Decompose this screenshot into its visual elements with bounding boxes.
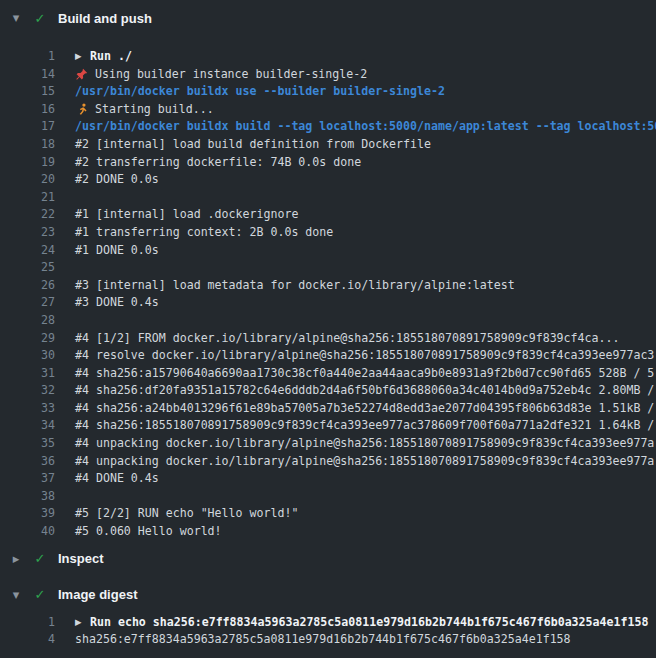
line-text: #4 sha256:a24bb4013296f61e89ba57005a7b3e… — [75, 400, 654, 418]
line-number[interactable]: 32 — [0, 382, 55, 400]
line-content: #5 0.060 Hello world! — [75, 523, 222, 541]
log-line: 27 #3 DONE 0.4s — [0, 294, 656, 312]
check-icon: ✓ — [32, 587, 48, 602]
line-content: Using builder instance builder-single-2 — [75, 66, 367, 84]
log-line: 16 Starting build... — [0, 101, 656, 119]
line-number[interactable]: 1 — [0, 48, 55, 66]
line-text: /usr/bin/docker buildx build --tag local… — [75, 118, 656, 136]
pushpin-icon — [75, 68, 88, 81]
line-number[interactable]: 29 — [0, 330, 55, 348]
line-content: #4 sha256:df20fa9351a15782c64e6dddb2d4a6… — [75, 382, 654, 400]
line-number[interactable]: 37 — [0, 470, 55, 488]
line-text: /usr/bin/docker buildx use --builder bui… — [75, 83, 445, 101]
log-line: 4 sha256:e7ff8834a5963a2785c5a0811e979d1… — [0, 631, 656, 649]
line-number[interactable]: 14 — [0, 66, 55, 84]
log-line: 32 #4 sha256:df20fa9351a15782c64e6dddb2d… — [0, 382, 656, 400]
log-line: 1 ▶Run echo sha256:e7ff8834a5963a2785c5a… — [0, 614, 656, 632]
line-number[interactable]: 30 — [0, 347, 55, 365]
line-number[interactable]: 34 — [0, 417, 55, 435]
line-content: #1 transferring context: 2B 0.0s done — [75, 224, 333, 242]
line-number[interactable]: 31 — [0, 365, 55, 383]
line-number[interactable]: 39 — [0, 505, 55, 523]
line-number[interactable]: 1 — [0, 614, 55, 632]
line-content: #3 [internal] load metadata for docker.i… — [75, 277, 515, 295]
chevron-icon[interactable]: ▼ — [8, 590, 24, 600]
log-section: ▶ ✓ Inspect — [0, 541, 656, 577]
section-title: Image digest — [58, 587, 137, 602]
line-text: #1 [internal] load .dockerignore — [75, 206, 298, 224]
line-number[interactable]: 21 — [0, 189, 55, 207]
log-line: 33 #4 sha256:a24bb4013296f61e89ba57005a7… — [0, 400, 656, 418]
line-text: Using builder instance builder-single-2 — [95, 66, 367, 84]
chevron-icon[interactable]: ▼ — [8, 13, 24, 23]
line-text: #4 DONE 0.4s — [75, 470, 159, 488]
line-content: #1 DONE 0.0s — [75, 242, 159, 260]
line-number[interactable]: 28 — [0, 312, 55, 330]
line-text: Run echo sha256:e7ff8834a5963a2785c5a081… — [90, 614, 648, 632]
log-line: 39 #5 [2/2] RUN echo "Hello world!" — [0, 505, 656, 523]
line-text: #2 [internal] load build definition from… — [75, 136, 431, 154]
line-text: #4 sha256:185518070891758909c9f839cf4ca3… — [75, 417, 654, 435]
line-text: #4 sha256:a15790640a6690aa1730c38cf0a440… — [75, 365, 654, 383]
line-number[interactable]: 16 — [0, 101, 55, 119]
line-text: #4 [1/2] FROM docker.io/library/alpine@s… — [75, 330, 619, 348]
check-icon: ✓ — [32, 551, 48, 566]
line-text: #1 transferring context: 2B 0.0s done — [75, 224, 333, 242]
line-text: #1 DONE 0.0s — [75, 242, 159, 260]
log-line: 26 #3 [internal] load metadata for docke… — [0, 277, 656, 295]
line-number[interactable]: 4 — [0, 631, 55, 649]
runner-icon — [75, 103, 88, 116]
line-number[interactable]: 27 — [0, 294, 55, 312]
line-number[interactable]: 33 — [0, 400, 55, 418]
line-content: #3 DONE 0.4s — [75, 294, 159, 312]
log-line: 20 #2 DONE 0.0s — [0, 171, 656, 189]
line-content: ▶Run echo sha256:e7ff8834a5963a2785c5a08… — [75, 614, 648, 632]
expand-toggle-icon[interactable]: ▶ — [75, 614, 90, 632]
line-number[interactable]: 20 — [0, 171, 55, 189]
line-number[interactable]: 22 — [0, 206, 55, 224]
line-content: sha256:e7ff8834a5963a2785c5a0811e979d16b… — [75, 631, 571, 649]
line-content: #4 unpacking docker.io/library/alpine@sh… — [75, 453, 654, 471]
line-number[interactable]: 26 — [0, 277, 55, 295]
line-text: #5 [2/2] RUN echo "Hello world!" — [75, 505, 298, 523]
line-content: #5 [2/2] RUN echo "Hello world!" — [75, 505, 298, 523]
line-number[interactable]: 40 — [0, 523, 55, 541]
log-line: 40 #5 0.060 Hello world! — [0, 523, 656, 541]
chevron-icon[interactable]: ▶ — [8, 554, 24, 564]
line-text: #5 0.060 Hello world! — [75, 523, 222, 541]
line-content: #4 sha256:a15790640a6690aa1730c38cf0a440… — [75, 365, 654, 383]
line-number[interactable]: 23 — [0, 224, 55, 242]
line-text: Starting build... — [95, 101, 214, 119]
line-number[interactable]: 18 — [0, 136, 55, 154]
section-header[interactable]: ▼ ✓ Build and push — [0, 0, 656, 36]
line-number[interactable]: 19 — [0, 154, 55, 172]
log-line: 19 #2 transferring dockerfile: 74B 0.0s … — [0, 154, 656, 172]
section-header[interactable]: ▶ ✓ Inspect — [0, 541, 656, 577]
section-header[interactable]: ▼ ✓ Image digest — [0, 577, 656, 613]
log-line: 36 #4 unpacking docker.io/library/alpine… — [0, 453, 656, 471]
line-number[interactable]: 38 — [0, 488, 55, 506]
check-icon: ✓ — [32, 11, 48, 26]
line-text: #4 resolve docker.io/library/alpine@sha2… — [75, 347, 654, 365]
line-number[interactable]: 24 — [0, 242, 55, 260]
line-content: #4 resolve docker.io/library/alpine@sha2… — [75, 347, 654, 365]
log-section: ▼ ✓ Build and push 1 ▶Run ./ 14 Using bu… — [0, 0, 656, 541]
line-content: #4 DONE 0.4s — [75, 470, 159, 488]
line-number[interactable]: 15 — [0, 83, 55, 101]
log-line: 14 Using builder instance builder-single… — [0, 66, 656, 84]
line-number[interactable]: 17 — [0, 118, 55, 136]
expand-toggle-icon[interactable]: ▶ — [75, 48, 90, 66]
line-text: #3 [internal] load metadata for docker.i… — [75, 277, 515, 295]
line-number[interactable]: 35 — [0, 435, 55, 453]
line-content: #4 sha256:a24bb4013296f61e89ba57005a7b3e… — [75, 400, 654, 418]
line-content: #2 transferring dockerfile: 74B 0.0s don… — [75, 154, 361, 172]
line-number[interactable]: 36 — [0, 453, 55, 471]
log-line: 37 #4 DONE 0.4s — [0, 470, 656, 488]
line-number[interactable]: 25 — [0, 259, 55, 277]
line-content: #4 [1/2] FROM docker.io/library/alpine@s… — [75, 330, 619, 348]
line-content: #4 unpacking docker.io/library/alpine@sh… — [75, 435, 654, 453]
line-text: Run ./ — [90, 48, 132, 66]
line-content: /usr/bin/docker buildx use --builder bui… — [75, 83, 445, 101]
line-text: #4 sha256:df20fa9351a15782c64e6dddb2d4a6… — [75, 382, 654, 400]
log-line: 23 #1 transferring context: 2B 0.0s done — [0, 224, 656, 242]
